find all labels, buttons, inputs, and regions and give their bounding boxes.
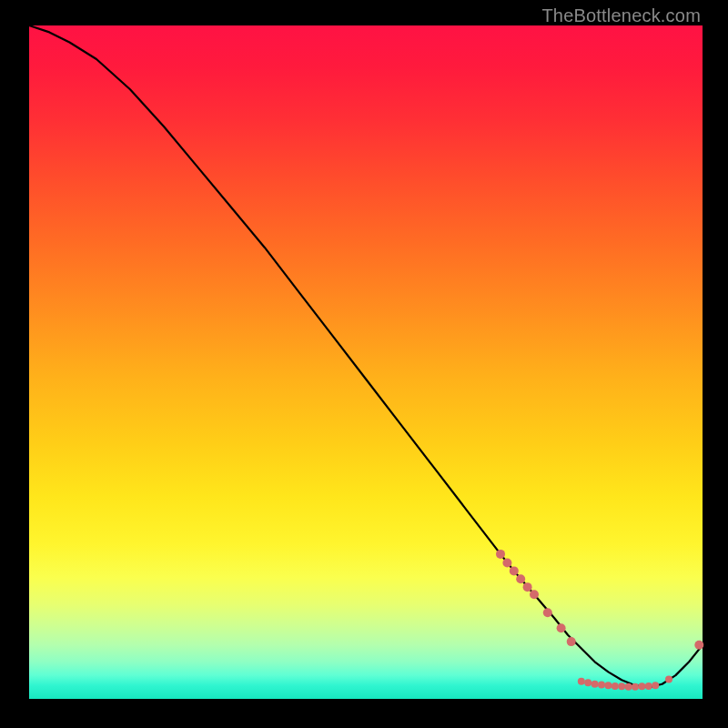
data-marker <box>496 550 505 559</box>
attribution-label: TheBottleneck.com <box>541 5 701 26</box>
chart-stage: TheBottleneck.com <box>0 0 728 728</box>
data-marker <box>652 682 659 689</box>
data-marker <box>645 682 652 690</box>
data-marker <box>516 574 525 583</box>
data-marker <box>502 559 511 568</box>
data-marker <box>618 682 625 690</box>
data-marker <box>510 566 519 575</box>
data-marker <box>625 683 632 691</box>
marker-group <box>496 550 703 691</box>
data-marker <box>592 681 599 688</box>
data-marker <box>584 679 592 686</box>
data-marker <box>557 623 566 632</box>
curve-layer <box>29 25 703 699</box>
data-marker <box>543 608 552 617</box>
data-marker <box>612 682 619 690</box>
gradient-plot-area <box>29 25 703 699</box>
data-marker <box>598 681 605 688</box>
data-marker <box>578 678 585 685</box>
data-marker <box>523 582 532 592</box>
data-marker <box>632 683 639 691</box>
data-marker <box>694 641 703 650</box>
data-marker <box>665 676 672 683</box>
data-marker <box>638 682 645 690</box>
data-marker <box>530 590 539 599</box>
data-marker <box>604 682 612 689</box>
bottleneck-curve <box>29 25 703 687</box>
data-marker <box>567 637 576 646</box>
